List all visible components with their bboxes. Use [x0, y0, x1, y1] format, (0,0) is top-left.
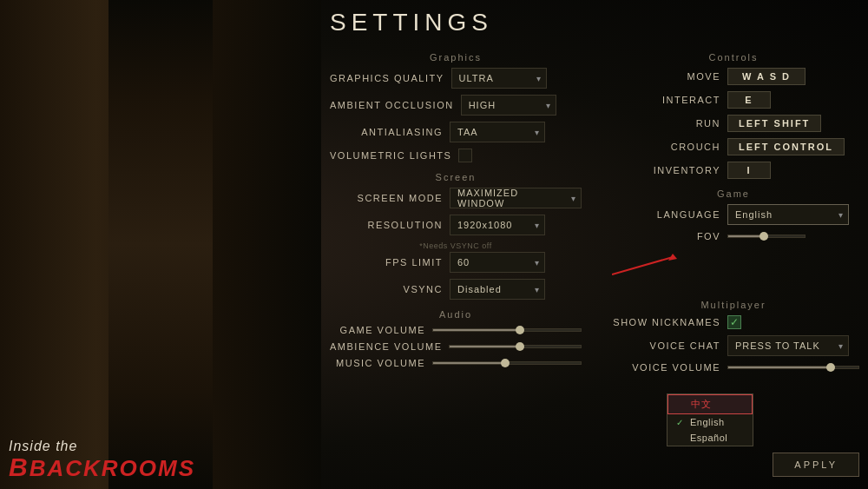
- voice-volume-row: VOICE VOLUME: [608, 362, 859, 373]
- vsync-dropdown[interactable]: Disabled: [450, 279, 545, 300]
- volumetric-lights-label: VOLUMETRIC LIGHTS: [330, 150, 451, 161]
- volumetric-lights-row: VOLUMETRIC LIGHTS: [330, 149, 582, 162]
- fps-limit-dropdown[interactable]: 60: [450, 252, 545, 273]
- voice-chat-dropdown[interactable]: PRESS TO TALK: [727, 335, 849, 356]
- ambient-occlusion-label: AMBIENT OCCLUSION: [330, 100, 454, 110]
- logo-line2: BBACKROOMS: [9, 454, 195, 480]
- ambience-volume-slider[interactable]: [449, 345, 582, 348]
- game-volume-label: GAME VOLUME: [330, 325, 425, 335]
- inventory-key[interactable]: I: [727, 162, 771, 179]
- lang-option-english[interactable]: ✓ English: [667, 414, 753, 430]
- screen-mode-dropdown[interactable]: MAXIMIZED WINDOW: [450, 188, 582, 208]
- fps-limit-row: FPS LIMIT 60: [330, 252, 582, 273]
- crouch-row: CROUCH LEFT CONTROL: [608, 138, 859, 155]
- ambient-occlusion-dropdown[interactable]: HIGH: [461, 95, 556, 116]
- section-game-header: Game: [608, 188, 859, 199]
- resolution-dropdown[interactable]: 1920x1080: [450, 215, 545, 235]
- section-screen-header: Screen: [330, 172, 582, 182]
- interact-row: INTERACT E: [608, 91, 859, 109]
- game-volume-slider[interactable]: [432, 328, 582, 332]
- voice-chat-label: VOICE CHAT: [608, 340, 720, 351]
- fov-slider[interactable]: [727, 235, 806, 238]
- language-label: LANGUAGE: [608, 209, 720, 220]
- language-dropdown[interactable]: English: [727, 204, 849, 225]
- run-row: RUN LEFT SHIFT: [608, 115, 859, 132]
- lang-option-chinese[interactable]: 中文: [667, 394, 753, 414]
- page-title: SETTINGS: [330, 9, 859, 36]
- section-multiplayer-header: Multiplayer: [608, 300, 859, 310]
- move-label: MOVE: [608, 71, 720, 82]
- vsync-label: VSYNC: [330, 284, 443, 294]
- graphics-quality-label: GRAPHICS QUALITY: [330, 73, 444, 83]
- section-audio-header: Audio: [330, 309, 582, 320]
- section-graphics-header: Graphics: [330, 52, 582, 63]
- lang-option-espanol[interactable]: Español: [667, 430, 753, 446]
- voice-chat-row: VOICE CHAT PRESS TO TALK: [608, 335, 859, 356]
- vsync-row: VSYNC Disabled: [330, 279, 582, 300]
- left-column: Graphics GRAPHICS QUALITY ULTRA AMBIENT …: [330, 49, 582, 477]
- svg-line-0: [612, 257, 673, 274]
- logo-line1: Inside the: [9, 439, 195, 454]
- ambience-volume-label: AMBIENCE VOLUME: [330, 341, 442, 352]
- volumetric-lights-toggle[interactable]: [458, 149, 472, 162]
- graphics-quality-row: GRAPHICS QUALITY ULTRA: [330, 68, 582, 89]
- fov-label: FOV: [608, 231, 720, 241]
- resolution-row: RESOLUTION 1920x1080: [330, 215, 582, 235]
- ambience-volume-row: AMBIENCE VOLUME: [330, 341, 582, 352]
- vsync-note: *Needs VSYNC off: [330, 241, 582, 250]
- antialiasing-dropdown[interactable]: TAA: [450, 122, 545, 142]
- screen-mode-label: SCREEN MODE: [330, 193, 443, 203]
- show-nicknames-row: SHOW NICKNAMES: [608, 315, 859, 329]
- game-logo: Inside the BBACKROOMS: [9, 439, 195, 480]
- voice-volume-label: VOICE VOLUME: [608, 362, 720, 373]
- move-key[interactable]: W A S D: [727, 68, 806, 85]
- crouch-key[interactable]: LEFT CONTROL: [727, 138, 845, 155]
- graphics-quality-dropdown[interactable]: ULTRA: [451, 68, 547, 89]
- hallway-background: [0, 0, 321, 489]
- dropdown-arrow: [612, 250, 681, 280]
- antialiasing-row: ANTIALIASING TAA: [330, 122, 582, 142]
- fov-row: FOV: [608, 231, 859, 241]
- game-volume-row: GAME VOLUME: [330, 325, 582, 335]
- screen-mode-row: SCREEN MODE MAXIMIZED WINDOW: [330, 188, 582, 208]
- music-volume-label: MUSIC VOLUME: [330, 358, 425, 368]
- resolution-label: RESOLUTION: [330, 220, 443, 230]
- section-controls-header: Controls: [608, 52, 859, 63]
- crouch-label: CROUCH: [608, 142, 720, 152]
- language-row: LANGUAGE English 中文 ✓ English: [608, 204, 859, 225]
- music-volume-slider[interactable]: [432, 361, 582, 365]
- voice-volume-slider[interactable]: [727, 366, 859, 369]
- antialiasing-label: ANTIALIASING: [330, 127, 443, 137]
- interact-key[interactable]: E: [727, 91, 771, 109]
- apply-button[interactable]: APPLY: [773, 453, 859, 477]
- ambient-occlusion-row: AMBIENT OCCLUSION HIGH: [330, 95, 582, 116]
- run-key[interactable]: LEFT SHIFT: [727, 115, 821, 132]
- language-options-list[interactable]: 中文 ✓ English Español: [667, 393, 753, 446]
- show-nicknames-toggle[interactable]: [727, 315, 741, 329]
- inventory-label: INVENTORY: [608, 165, 720, 175]
- music-volume-row: MUSIC VOLUME: [330, 358, 582, 368]
- right-column: Controls MOVE W A S D INTERACT E RUN LEF…: [608, 49, 859, 477]
- show-nicknames-label: SHOW NICKNAMES: [608, 317, 720, 327]
- interact-label: INTERACT: [608, 95, 720, 105]
- inventory-row: INVENTORY I: [608, 162, 859, 179]
- settings-panel: SETTINGS Graphics GRAPHICS QUALITY ULTRA…: [330, 9, 859, 480]
- move-row: MOVE W A S D: [608, 68, 859, 85]
- run-label: RUN: [608, 118, 720, 129]
- fps-limit-label: FPS LIMIT: [330, 257, 443, 268]
